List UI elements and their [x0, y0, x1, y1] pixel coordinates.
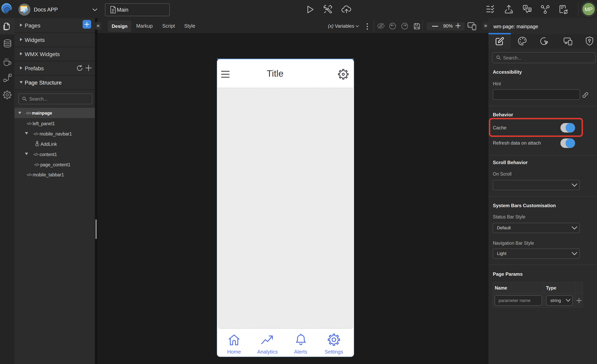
- svg-text:A: A: [525, 5, 526, 9]
